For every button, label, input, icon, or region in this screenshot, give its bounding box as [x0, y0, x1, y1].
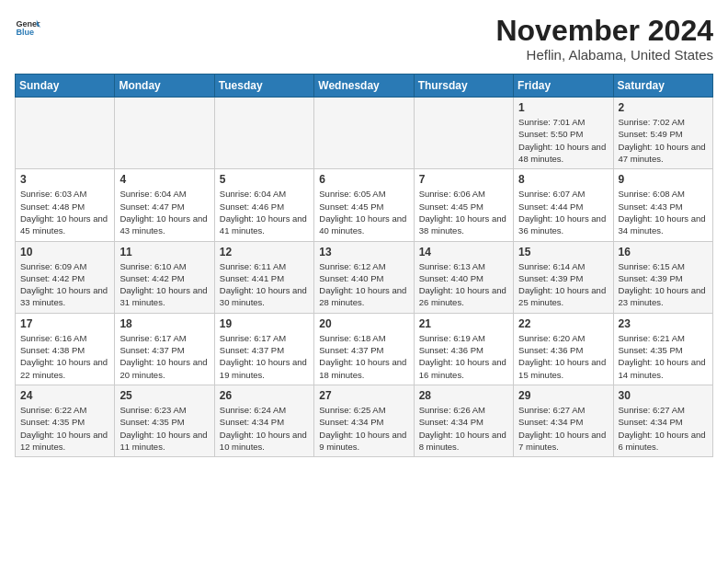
day-info: Sunrise: 6:04 AM Sunset: 4:46 PM Dayligh… — [220, 188, 309, 236]
day-info: Sunrise: 6:26 AM Sunset: 4:34 PM Dayligh… — [419, 404, 508, 453]
calendar-cell: 23Sunrise: 6:21 AM Sunset: 4:35 PM Dayli… — [613, 313, 712, 385]
calendar-body: 1Sunrise: 7:01 AM Sunset: 5:50 PM Daylig… — [16, 98, 713, 457]
day-info: Sunrise: 6:24 AM Sunset: 4:34 PM Dayligh… — [220, 404, 309, 453]
title-block: November 2024 Heflin, Alabama, United St… — [495, 15, 713, 63]
calendar-cell: 4Sunrise: 6:04 AM Sunset: 4:47 PM Daylig… — [115, 169, 214, 241]
day-info: Sunrise: 6:23 AM Sunset: 4:35 PM Dayligh… — [119, 404, 209, 453]
calendar-cell: 28Sunrise: 6:26 AM Sunset: 4:34 PM Dayli… — [414, 385, 513, 456]
calendar-cell: 20Sunrise: 6:18 AM Sunset: 4:37 PM Dayli… — [314, 313, 414, 385]
day-info: Sunrise: 7:02 AM Sunset: 5:49 PM Dayligh… — [619, 116, 708, 165]
calendar-cell: 26Sunrise: 6:24 AM Sunset: 4:34 PM Dayli… — [214, 385, 313, 456]
header-saturday: Saturday — [613, 75, 712, 98]
day-info: Sunrise: 6:20 AM Sunset: 4:36 PM Dayligh… — [518, 332, 608, 381]
day-number: 14 — [419, 246, 508, 259]
day-number: 28 — [419, 389, 508, 402]
day-info: Sunrise: 6:15 AM Sunset: 4:39 PM Dayligh… — [619, 260, 708, 309]
calendar-cell: 15Sunrise: 6:14 AM Sunset: 4:39 PM Dayli… — [514, 241, 613, 313]
day-number: 15 — [518, 246, 608, 259]
day-info: Sunrise: 6:17 AM Sunset: 4:37 PM Dayligh… — [119, 332, 209, 381]
day-info: Sunrise: 6:05 AM Sunset: 4:45 PM Dayligh… — [319, 188, 408, 236]
calendar-cell: 6Sunrise: 6:05 AM Sunset: 4:45 PM Daylig… — [314, 169, 414, 241]
calendar-cell: 30Sunrise: 6:27 AM Sunset: 4:34 PM Dayli… — [613, 385, 712, 456]
calendar-header-row: SundayMondayTuesdayWednesdayThursdayFrid… — [16, 75, 713, 98]
day-info: Sunrise: 6:07 AM Sunset: 4:44 PM Dayligh… — [518, 188, 608, 236]
day-info: Sunrise: 6:04 AM Sunset: 4:47 PM Dayligh… — [119, 188, 209, 236]
day-info: Sunrise: 6:09 AM Sunset: 4:42 PM Dayligh… — [20, 260, 109, 309]
calendar-cell: 10Sunrise: 6:09 AM Sunset: 4:42 PM Dayli… — [16, 241, 115, 313]
calendar-cell: 22Sunrise: 6:20 AM Sunset: 4:36 PM Dayli… — [514, 313, 613, 385]
calendar-cell: 14Sunrise: 6:13 AM Sunset: 4:40 PM Dayli… — [414, 241, 513, 313]
day-number: 9 — [619, 173, 708, 186]
day-number: 6 — [319, 173, 408, 186]
calendar-cell: 5Sunrise: 6:04 AM Sunset: 4:46 PM Daylig… — [214, 169, 313, 241]
week-row-1: 3Sunrise: 6:03 AM Sunset: 4:48 PM Daylig… — [16, 169, 713, 241]
calendar-cell: 21Sunrise: 6:19 AM Sunset: 4:36 PM Dayli… — [414, 313, 513, 385]
calendar-cell: 27Sunrise: 6:25 AM Sunset: 4:34 PM Dayli… — [314, 385, 414, 456]
header-sunday: Sunday — [16, 75, 115, 98]
day-info: Sunrise: 6:14 AM Sunset: 4:39 PM Dayligh… — [518, 260, 608, 309]
month-title: November 2024 — [495, 15, 713, 47]
header-tuesday: Tuesday — [214, 75, 313, 98]
calendar-cell: 16Sunrise: 6:15 AM Sunset: 4:39 PM Dayli… — [613, 241, 712, 313]
logo: General Blue — [15, 15, 40, 40]
day-number: 27 — [319, 389, 408, 402]
calendar-cell — [314, 98, 414, 169]
day-number: 4 — [119, 173, 209, 186]
day-number: 7 — [419, 173, 508, 186]
day-number: 12 — [220, 246, 309, 259]
header-monday: Monday — [115, 75, 214, 98]
day-info: Sunrise: 6:03 AM Sunset: 4:48 PM Dayligh… — [20, 188, 109, 236]
calendar-cell — [16, 98, 115, 169]
page-header: General Blue November 2024 Heflin, Alaba… — [15, 15, 713, 63]
week-row-0: 1Sunrise: 7:01 AM Sunset: 5:50 PM Daylig… — [16, 98, 713, 169]
day-number: 1 — [518, 101, 608, 114]
day-number: 29 — [518, 389, 608, 402]
day-number: 8 — [518, 173, 608, 186]
day-info: Sunrise: 6:17 AM Sunset: 4:37 PM Dayligh… — [220, 332, 309, 381]
calendar-table: SundayMondayTuesdayWednesdayThursdayFrid… — [15, 74, 713, 457]
day-info: Sunrise: 7:01 AM Sunset: 5:50 PM Dayligh… — [518, 116, 608, 165]
day-number: 17 — [20, 317, 109, 330]
calendar-cell: 25Sunrise: 6:23 AM Sunset: 4:35 PM Dayli… — [115, 385, 214, 456]
day-number: 2 — [619, 101, 708, 114]
header-wednesday: Wednesday — [314, 75, 414, 98]
logo-icon: General Blue — [15, 15, 40, 40]
day-number: 19 — [220, 317, 309, 330]
day-number: 5 — [220, 173, 309, 186]
header-friday: Friday — [514, 75, 613, 98]
day-info: Sunrise: 6:11 AM Sunset: 4:41 PM Dayligh… — [220, 260, 309, 309]
calendar-cell: 9Sunrise: 6:08 AM Sunset: 4:43 PM Daylig… — [613, 169, 712, 241]
calendar-cell: 29Sunrise: 6:27 AM Sunset: 4:34 PM Dayli… — [514, 385, 613, 456]
day-info: Sunrise: 6:10 AM Sunset: 4:42 PM Dayligh… — [119, 260, 209, 309]
header-thursday: Thursday — [414, 75, 513, 98]
day-number: 20 — [319, 317, 408, 330]
day-number: 23 — [619, 317, 708, 330]
svg-text:Blue: Blue — [16, 28, 34, 37]
day-number: 24 — [20, 389, 109, 402]
calendar-cell — [115, 98, 214, 169]
calendar-cell: 3Sunrise: 6:03 AM Sunset: 4:48 PM Daylig… — [16, 169, 115, 241]
calendar-cell: 7Sunrise: 6:06 AM Sunset: 4:45 PM Daylig… — [414, 169, 513, 241]
day-number: 30 — [619, 389, 708, 402]
day-info: Sunrise: 6:25 AM Sunset: 4:34 PM Dayligh… — [319, 404, 408, 453]
calendar-cell — [414, 98, 513, 169]
calendar-cell: 13Sunrise: 6:12 AM Sunset: 4:40 PM Dayli… — [314, 241, 414, 313]
day-number: 22 — [518, 317, 608, 330]
day-info: Sunrise: 6:12 AM Sunset: 4:40 PM Dayligh… — [319, 260, 408, 309]
calendar-cell: 8Sunrise: 6:07 AM Sunset: 4:44 PM Daylig… — [514, 169, 613, 241]
day-number: 13 — [319, 246, 408, 259]
day-info: Sunrise: 6:22 AM Sunset: 4:35 PM Dayligh… — [20, 404, 109, 453]
calendar-cell: 12Sunrise: 6:11 AM Sunset: 4:41 PM Dayli… — [214, 241, 313, 313]
calendar-cell: 11Sunrise: 6:10 AM Sunset: 4:42 PM Dayli… — [115, 241, 214, 313]
day-info: Sunrise: 6:13 AM Sunset: 4:40 PM Dayligh… — [419, 260, 508, 309]
week-row-2: 10Sunrise: 6:09 AM Sunset: 4:42 PM Dayli… — [16, 241, 713, 313]
day-info: Sunrise: 6:19 AM Sunset: 4:36 PM Dayligh… — [419, 332, 508, 381]
calendar-cell: 24Sunrise: 6:22 AM Sunset: 4:35 PM Dayli… — [16, 385, 115, 456]
day-info: Sunrise: 6:16 AM Sunset: 4:38 PM Dayligh… — [20, 332, 109, 381]
location: Heflin, Alabama, United States — [495, 47, 713, 63]
day-info: Sunrise: 6:08 AM Sunset: 4:43 PM Dayligh… — [619, 188, 708, 236]
day-info: Sunrise: 6:21 AM Sunset: 4:35 PM Dayligh… — [619, 332, 708, 381]
day-number: 18 — [119, 317, 209, 330]
week-row-4: 24Sunrise: 6:22 AM Sunset: 4:35 PM Dayli… — [16, 385, 713, 456]
day-info: Sunrise: 6:18 AM Sunset: 4:37 PM Dayligh… — [319, 332, 408, 381]
